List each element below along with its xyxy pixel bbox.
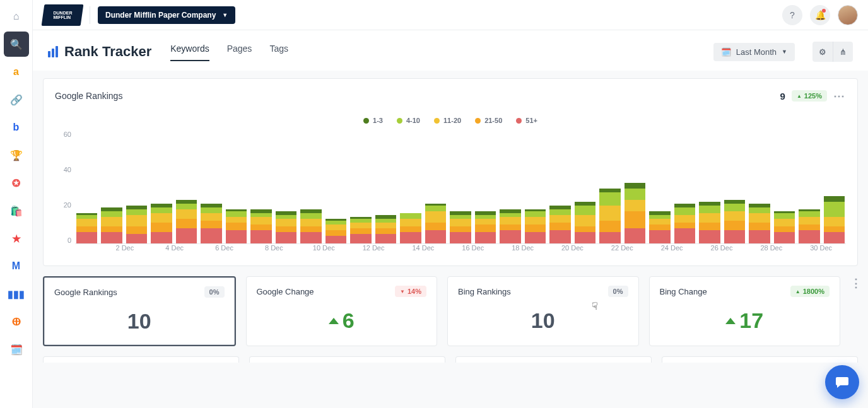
x-tick: 22 Dec bbox=[597, 244, 647, 259]
rank-tracker-icon bbox=[48, 46, 58, 57]
rail-search[interactable]: 🔍 bbox=[4, 32, 29, 57]
card-menu-button[interactable]: ⋯ bbox=[833, 89, 846, 103]
rail-links[interactable]: 🔗 bbox=[4, 87, 29, 112]
a-icon: a bbox=[13, 66, 19, 78]
rail-m[interactable]: M bbox=[4, 254, 29, 279]
bar-col bbox=[599, 189, 620, 243]
x-tick: 2 Dec bbox=[100, 244, 150, 259]
rail-bing[interactable]: b bbox=[4, 115, 29, 140]
metric-delta: 0% bbox=[204, 286, 225, 298]
metric-value: 10 bbox=[54, 309, 225, 334]
tab-keywords[interactable]: Keywords bbox=[170, 44, 209, 60]
help-icon: ? bbox=[790, 10, 795, 20]
metric-google-rankings[interactable]: Google Rankings 0% 10 bbox=[43, 276, 236, 346]
share-icon: ⋔ bbox=[840, 47, 847, 57]
metric-value: 6 bbox=[257, 308, 427, 333]
share-button[interactable]: ⋔ bbox=[833, 42, 853, 62]
avatar[interactable] bbox=[838, 5, 858, 25]
tab-tags[interactable]: Tags bbox=[269, 44, 288, 60]
bar-col bbox=[375, 215, 396, 243]
b-icon: b bbox=[13, 122, 20, 133]
settings-button[interactable]: ⚙︎ bbox=[812, 42, 833, 62]
bar-col bbox=[176, 200, 197, 243]
chart-legend: 1-3 4-10 11-20 21-50 51+ bbox=[55, 117, 846, 124]
metric-title: Bing Rankings bbox=[458, 287, 511, 296]
header-actions: ⚙︎ ⋔ bbox=[812, 42, 853, 62]
cursor-icon: ☟ bbox=[592, 300, 598, 312]
x-tick: 4 Dec bbox=[150, 244, 199, 259]
caret-up-icon bbox=[725, 318, 736, 324]
metric-bing-change[interactable]: Bing Change ▲ 1800% 17 bbox=[649, 276, 841, 346]
rail-trophy[interactable]: 🏆 bbox=[4, 143, 29, 168]
bar-col bbox=[425, 204, 446, 243]
bar-col bbox=[201, 204, 221, 243]
x-tick: 6 Dec bbox=[199, 244, 249, 259]
x-axis: 2 Dec4 Dec6 Dec8 Dec10 Dec12 Dec14 Dec16… bbox=[75, 244, 846, 259]
metric-bing-rankings[interactable]: Bing Rankings 0% 10 bbox=[447, 276, 639, 346]
divider bbox=[90, 6, 90, 24]
rail-amazon[interactable]: a bbox=[4, 59, 29, 85]
chat-icon bbox=[835, 375, 850, 390]
bar-col bbox=[300, 209, 321, 243]
x-tick: 14 Dec bbox=[398, 244, 448, 259]
bar-col bbox=[774, 211, 795, 243]
fire-icon: ⴲ bbox=[12, 316, 21, 328]
x-tick: 20 Dec bbox=[548, 244, 597, 259]
calendar-icon: 🗓️ bbox=[721, 47, 731, 57]
chart-title: Google Rankings bbox=[55, 91, 122, 101]
metric-cards-row: Google Rankings 0% 10 Google Change ▼ 14… bbox=[43, 276, 858, 346]
rail-star[interactable]: ★ bbox=[4, 226, 29, 251]
tabs: Keywords Pages Tags bbox=[170, 44, 288, 60]
x-tick: 30 Dec bbox=[796, 244, 846, 259]
bar-col bbox=[276, 211, 296, 243]
metric-google-change[interactable]: Google Change ▼ 14% 6 bbox=[246, 276, 438, 346]
logo-line1: DUNDER bbox=[54, 11, 73, 15]
rail-calendar[interactable]: 🗓️ bbox=[4, 337, 29, 362]
compass-icon: ✪ bbox=[12, 177, 20, 189]
notifications-button[interactable]: 🔔 bbox=[810, 5, 830, 25]
company-label: Dunder Mifflin Paper Company bbox=[105, 11, 216, 20]
rail-home[interactable]: ⌂ bbox=[4, 4, 29, 29]
chart-summary-delta: ▲ 125% bbox=[792, 90, 827, 102]
rail-shopping[interactable]: 🛍️ bbox=[4, 198, 29, 223]
bar-col bbox=[699, 202, 720, 243]
tab-pages[interactable]: Pages bbox=[227, 44, 252, 60]
caret-up-icon: ▲ bbox=[797, 93, 802, 99]
caret-down-icon: ▼ bbox=[400, 289, 405, 294]
bar-col bbox=[350, 217, 371, 243]
bar-col bbox=[151, 204, 172, 243]
x-tick: 8 Dec bbox=[249, 244, 299, 259]
metric-delta: ▲ 1800% bbox=[790, 286, 830, 297]
metric-row-more[interactable]: ⋮ bbox=[850, 276, 858, 290]
logo-line2: MIFFLIN bbox=[54, 15, 71, 20]
topbar: DUNDER MIFFLIN Dunder Mifflin Paper Comp… bbox=[33, 0, 868, 30]
bar-chart bbox=[75, 127, 846, 243]
bar-col bbox=[525, 209, 546, 243]
x-tick: 16 Dec bbox=[448, 244, 498, 259]
company-dropdown[interactable]: Dunder Mifflin Paper Company ▼ bbox=[98, 6, 235, 24]
x-tick: 28 Dec bbox=[746, 244, 796, 259]
star-icon: ★ bbox=[12, 233, 21, 245]
chart-summary-value: 9 bbox=[780, 91, 785, 102]
logo: DUNDER MIFFLIN bbox=[42, 4, 84, 26]
bar-col bbox=[475, 211, 496, 243]
bar-col bbox=[126, 206, 147, 243]
rail-fire[interactable]: ⴲ bbox=[4, 309, 29, 334]
metric-title: Google Rankings bbox=[54, 288, 117, 297]
legend-4-10: 4-10 bbox=[397, 117, 420, 124]
rail-compass[interactable]: ✪ bbox=[4, 170, 29, 195]
bar-col bbox=[250, 209, 271, 243]
bar-col bbox=[76, 213, 97, 243]
metric-delta: 0% bbox=[608, 286, 628, 297]
rail-analytics[interactable]: ▮▮▮ bbox=[4, 281, 29, 306]
bar-col bbox=[575, 202, 595, 243]
chat-fab[interactable] bbox=[825, 365, 859, 399]
search-icon: 🔍 bbox=[10, 38, 23, 50]
metric-value: 10 bbox=[458, 308, 628, 333]
chevron-down-icon: ▼ bbox=[782, 49, 787, 55]
bar-col bbox=[724, 200, 745, 243]
metric-delta: ▼ 14% bbox=[395, 286, 426, 297]
help-button[interactable]: ? bbox=[782, 5, 802, 25]
date-range-dropdown[interactable]: 🗓️ Last Month ▼ bbox=[713, 43, 795, 61]
m-icon: M bbox=[12, 260, 20, 272]
